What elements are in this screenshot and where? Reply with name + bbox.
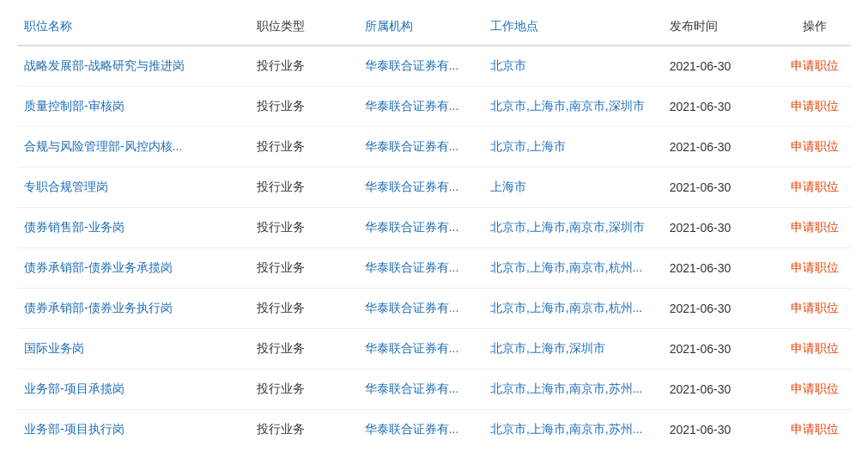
job-action: 申请职位 bbox=[779, 127, 851, 168]
job-org[interactable]: 华泰联合证券有... bbox=[358, 369, 483, 410]
job-name[interactable]: 债券承销部-债券业务执行岗 bbox=[17, 289, 250, 329]
job-action: 申请职位 bbox=[779, 410, 851, 450]
job-name[interactable]: 战略发展部-战略研究与推进岗 bbox=[17, 46, 250, 87]
header-name: 职位名称 bbox=[17, 9, 250, 46]
apply-button[interactable]: 申请职位 bbox=[791, 341, 839, 355]
job-type: 投行业务 bbox=[250, 127, 357, 168]
table-row: 业务部-项目执行岗投行业务华泰联合证券有...北京市,上海市,南京市,苏州...… bbox=[17, 410, 851, 450]
job-name[interactable]: 国际业务岗 bbox=[17, 329, 250, 369]
table-row: 战略发展部-战略研究与推进岗投行业务华泰联合证券有...北京市2021-06-3… bbox=[17, 46, 851, 87]
job-date: 2021-06-30 bbox=[663, 46, 780, 87]
job-action: 申请职位 bbox=[779, 168, 851, 208]
header-action: 操作 bbox=[779, 9, 851, 46]
job-org[interactable]: 华泰联合证券有... bbox=[358, 289, 483, 329]
job-name[interactable]: 专职合规管理岗 bbox=[17, 168, 250, 208]
job-org[interactable]: 华泰联合证券有... bbox=[358, 410, 483, 450]
job-location: 北京市,上海市,南京市,苏州... bbox=[483, 410, 663, 450]
job-table: 职位名称 职位类型 所属机构 工作地点 发布时间 操作 战略发展部-战略研究与推… bbox=[17, 9, 851, 449]
apply-button[interactable]: 申请职位 bbox=[791, 422, 839, 436]
apply-button[interactable]: 申请职位 bbox=[791, 220, 839, 234]
job-location: 北京市,上海市 bbox=[483, 127, 663, 168]
job-name[interactable]: 业务部-项目承揽岗 bbox=[17, 369, 250, 410]
job-name[interactable]: 业务部-项目执行岗 bbox=[17, 410, 250, 450]
job-action: 申请职位 bbox=[779, 248, 851, 289]
header-date: 发布时间 bbox=[663, 9, 780, 46]
job-type: 投行业务 bbox=[250, 208, 357, 248]
job-type: 投行业务 bbox=[250, 410, 357, 450]
job-org[interactable]: 华泰联合证券有... bbox=[358, 208, 483, 248]
table-row: 合规与风险管理部-风控内核...投行业务华泰联合证券有...北京市,上海市202… bbox=[17, 127, 851, 168]
apply-button[interactable]: 申请职位 bbox=[791, 58, 839, 72]
job-location: 北京市,上海市,南京市,苏州... bbox=[483, 369, 663, 410]
job-table-container: 职位名称 职位类型 所属机构 工作地点 发布时间 操作 战略发展部-战略研究与推… bbox=[0, 0, 868, 458]
job-action: 申请职位 bbox=[779, 329, 851, 369]
job-action: 申请职位 bbox=[779, 208, 851, 248]
job-type: 投行业务 bbox=[250, 87, 357, 127]
header-type: 职位类型 bbox=[250, 9, 357, 46]
job-type: 投行业务 bbox=[250, 168, 357, 208]
job-name[interactable]: 债券销售部-业务岗 bbox=[17, 208, 250, 248]
job-date: 2021-06-30 bbox=[663, 369, 780, 410]
table-row: 债券承销部-债券业务执行岗投行业务华泰联合证券有...北京市,上海市,南京市,杭… bbox=[17, 289, 851, 329]
job-location: 北京市,上海市,南京市,深圳市 bbox=[483, 208, 663, 248]
job-type: 投行业务 bbox=[250, 289, 357, 329]
job-location: 北京市,上海市,南京市,杭州... bbox=[483, 248, 663, 289]
job-org[interactable]: 华泰联合证券有... bbox=[358, 168, 483, 208]
job-action: 申请职位 bbox=[779, 87, 851, 127]
apply-button[interactable]: 申请职位 bbox=[791, 139, 839, 153]
job-name[interactable]: 债券承销部-债券业务承揽岗 bbox=[17, 248, 250, 289]
job-name[interactable]: 质量控制部-审核岗 bbox=[17, 87, 250, 127]
job-location: 上海市 bbox=[483, 168, 663, 208]
job-date: 2021-06-30 bbox=[663, 87, 780, 127]
table-row: 国际业务岗投行业务华泰联合证券有...北京市,上海市,深圳市2021-06-30… bbox=[17, 329, 851, 369]
table-header-row: 职位名称 职位类型 所属机构 工作地点 发布时间 操作 bbox=[17, 9, 851, 46]
job-action: 申请职位 bbox=[779, 289, 851, 329]
table-row: 专职合规管理岗投行业务华泰联合证券有...上海市2021-06-30申请职位 bbox=[17, 168, 851, 208]
job-type: 投行业务 bbox=[250, 369, 357, 410]
job-name[interactable]: 合规与风险管理部-风控内核... bbox=[17, 127, 250, 168]
job-location: 北京市,上海市,深圳市 bbox=[483, 329, 663, 369]
job-date: 2021-06-30 bbox=[663, 248, 780, 289]
job-date: 2021-06-30 bbox=[663, 410, 780, 450]
job-type: 投行业务 bbox=[250, 329, 357, 369]
table-row: 债券承销部-债券业务承揽岗投行业务华泰联合证券有...北京市,上海市,南京市,杭… bbox=[17, 248, 851, 289]
job-type: 投行业务 bbox=[250, 248, 357, 289]
header-location: 工作地点 bbox=[483, 9, 663, 46]
job-org[interactable]: 华泰联合证券有... bbox=[358, 87, 483, 127]
job-org[interactable]: 华泰联合证券有... bbox=[358, 329, 483, 369]
table-row: 债券销售部-业务岗投行业务华泰联合证券有...北京市,上海市,南京市,深圳市20… bbox=[17, 208, 851, 248]
job-type: 投行业务 bbox=[250, 46, 357, 87]
job-action: 申请职位 bbox=[779, 369, 851, 410]
job-location: 北京市,上海市,南京市,杭州... bbox=[483, 289, 663, 329]
apply-button[interactable]: 申请职位 bbox=[791, 99, 839, 113]
job-date: 2021-06-30 bbox=[663, 208, 780, 248]
job-location: 北京市 bbox=[483, 46, 663, 87]
apply-button[interactable]: 申请职位 bbox=[791, 381, 839, 395]
job-date: 2021-06-30 bbox=[663, 329, 780, 369]
job-date: 2021-06-30 bbox=[663, 127, 780, 168]
job-location: 北京市,上海市,南京市,深圳市 bbox=[483, 87, 663, 127]
apply-button[interactable]: 申请职位 bbox=[791, 301, 839, 314]
job-org[interactable]: 华泰联合证券有... bbox=[358, 46, 483, 87]
job-date: 2021-06-30 bbox=[663, 168, 780, 208]
job-date: 2021-06-30 bbox=[663, 289, 780, 329]
table-row: 质量控制部-审核岗投行业务华泰联合证券有...北京市,上海市,南京市,深圳市20… bbox=[17, 87, 851, 127]
job-org[interactable]: 华泰联合证券有... bbox=[358, 248, 483, 289]
table-row: 业务部-项目承揽岗投行业务华泰联合证券有...北京市,上海市,南京市,苏州...… bbox=[17, 369, 851, 410]
job-org[interactable]: 华泰联合证券有... bbox=[358, 127, 483, 168]
apply-button[interactable]: 申请职位 bbox=[791, 260, 839, 274]
job-action: 申请职位 bbox=[779, 46, 851, 87]
header-org: 所属机构 bbox=[358, 9, 483, 46]
apply-button[interactable]: 申请职位 bbox=[791, 180, 839, 193]
